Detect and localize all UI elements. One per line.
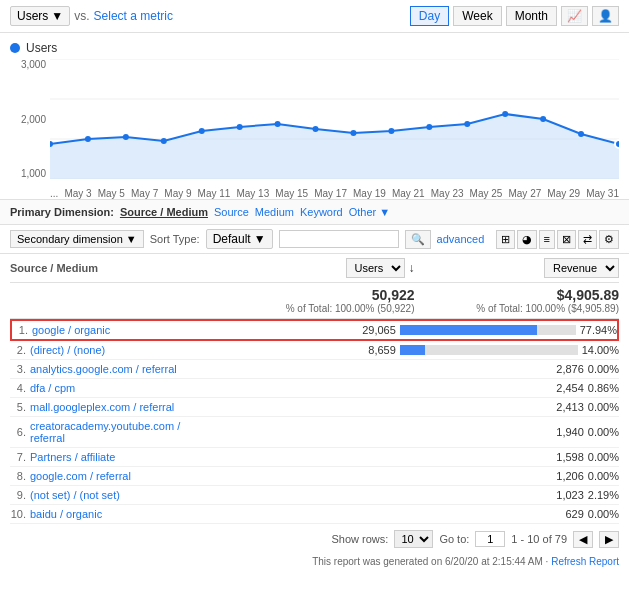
row-source-link[interactable]: dfa / cpm	[30, 382, 214, 394]
row-source-link[interactable]: google.com / referral	[30, 470, 214, 482]
bar-percent: 0.00%	[588, 401, 619, 413]
col1-label: Source / Medium	[10, 262, 98, 274]
bar-percent: 0.00%	[588, 470, 619, 482]
x-label-2: May 5	[98, 188, 125, 199]
data-table: Source / Medium Users ↓ Revenue 50,922 %…	[0, 254, 629, 524]
table-row: 7. Partners / affiliate 1,598 0.00%	[10, 448, 619, 467]
x-label-8: May 17	[314, 188, 347, 199]
metric1-select[interactable]: Users	[346, 258, 405, 278]
bar-view-button[interactable]: ≡	[539, 230, 555, 249]
y-label-3000: 3,000	[10, 59, 50, 70]
metric2-select[interactable]: Revenue	[544, 258, 619, 278]
svg-point-20	[615, 140, 619, 148]
sort-type-dropdown[interactable]: Default ▼	[206, 229, 273, 249]
x-axis: ... May 3 May 5 May 7 May 9 May 11 May 1…	[50, 188, 619, 199]
row-source-link[interactable]: Partners / affiliate	[30, 451, 214, 463]
row-source-link[interactable]: analytics.google.com / referral	[30, 363, 214, 375]
row-bar-area: 2,876 0.00%	[218, 363, 619, 375]
bar-background	[400, 325, 576, 335]
bar-percent: 0.00%	[588, 426, 619, 438]
svg-point-12	[313, 126, 319, 132]
row-number: 5.	[10, 401, 26, 413]
row-bar-area: 629 0.00%	[218, 508, 619, 520]
prev-page-button[interactable]: ◀	[573, 531, 593, 548]
dimension-bar: Primary Dimension: Source / Medium Sourc…	[0, 199, 629, 225]
total-revenue-pct: % of Total: 100.00% ($4,905.89)	[419, 303, 620, 314]
row-number: 2.	[10, 344, 26, 356]
primary-dimension-label: Primary Dimension:	[10, 206, 114, 218]
search-button[interactable]: 🔍	[405, 230, 431, 249]
y-axis: 3,000 2,000 1,000	[10, 59, 50, 179]
pivot-view-button[interactable]: ⊠	[557, 230, 576, 249]
table-row: 5. mall.googleplex.com / referral 2,413 …	[10, 398, 619, 417]
total-users-value: 50,922	[214, 287, 415, 303]
row-value: 629	[218, 508, 584, 520]
secondary-dimension-button[interactable]: Secondary dimension ▼	[10, 230, 144, 248]
day-button[interactable]: Day	[410, 6, 449, 26]
svg-point-19	[578, 131, 584, 137]
refresh-report-link[interactable]: Refresh Report	[551, 556, 619, 567]
table-row: 10. baidu / organic 629 0.00%	[10, 505, 619, 524]
row-number: 9.	[10, 489, 26, 501]
row-source-link[interactable]: (direct) / (none)	[30, 344, 214, 356]
rows-per-page-select[interactable]: 10	[394, 530, 433, 548]
bar-percent: 0.00%	[588, 508, 619, 520]
dim-source[interactable]: Source	[214, 206, 249, 218]
bar-percent: 0.00%	[588, 451, 619, 463]
legend-label: Users	[26, 41, 57, 55]
row-source-link[interactable]: mall.googleplex.com / referral	[30, 401, 214, 413]
x-label-10: May 21	[392, 188, 425, 199]
row-number: 1.	[12, 324, 28, 336]
next-page-button[interactable]: ▶	[599, 531, 619, 548]
bar-background	[400, 345, 578, 355]
pie-view-button[interactable]: ◕	[517, 230, 537, 249]
settings-view-button[interactable]: ⚙	[599, 230, 619, 249]
svg-point-6	[85, 136, 91, 142]
row-source-link[interactable]: baidu / organic	[30, 508, 214, 520]
bar-percent: 2.19%	[588, 489, 619, 501]
line-chart-icon[interactable]: 📈	[561, 6, 588, 26]
page-header: Users ▼ vs. Select a metric Day Week Mon…	[0, 0, 629, 33]
dim-keyword[interactable]: Keyword	[300, 206, 343, 218]
dim-other[interactable]: Other ▼	[349, 206, 390, 218]
user-icon[interactable]: 👤	[592, 6, 619, 26]
row-source-link[interactable]: google / organic	[32, 324, 216, 336]
x-label-6: May 13	[236, 188, 269, 199]
metric-selector: Users ▼ vs. Select a metric	[10, 6, 173, 26]
dim-medium[interactable]: Medium	[255, 206, 294, 218]
row-value: 29,065	[220, 324, 396, 336]
metric1-dropdown[interactable]: Users ▼	[10, 6, 70, 26]
week-button[interactable]: Week	[453, 6, 501, 26]
row-value: 1,598	[218, 451, 584, 463]
dim-source-medium[interactable]: Source / Medium	[120, 206, 208, 218]
svg-point-10	[237, 124, 243, 130]
total-revenue-value: $4,905.89	[419, 287, 620, 303]
col-source-header: Source / Medium	[10, 262, 210, 274]
bar-percent: 14.00%	[582, 344, 619, 356]
grid-view-button[interactable]: ⊞	[496, 230, 515, 249]
table-header: Source / Medium Users ↓ Revenue	[10, 254, 619, 283]
row-value: 1,940	[218, 426, 584, 438]
table-row: 2. (direct) / (none) 8,659 14.00%	[10, 341, 619, 360]
dimension-row: Primary Dimension: Source / Medium Sourc…	[10, 206, 619, 218]
svg-point-8	[161, 138, 167, 144]
row-bar-area: 1,598 0.00%	[218, 451, 619, 463]
svg-point-11	[275, 121, 281, 127]
compare-view-button[interactable]: ⇄	[578, 230, 597, 249]
table-row: 8. google.com / referral 1,206 0.00%	[10, 467, 619, 486]
dim-other-label: Other	[349, 206, 377, 218]
svg-point-16	[464, 121, 470, 127]
month-button[interactable]: Month	[506, 6, 557, 26]
search-input[interactable]	[279, 230, 399, 248]
advanced-link[interactable]: advanced	[437, 233, 485, 245]
goto-input[interactable]	[475, 531, 505, 547]
report-info: This report was generated on 6/20/20 at …	[0, 554, 629, 569]
row-source-link[interactable]: (not set) / (not set)	[30, 489, 214, 501]
x-label-15: May 31	[586, 188, 619, 199]
total-users-pct: % of Total: 100.00% (50,922)	[214, 303, 415, 314]
row-source-link[interactable]: creatoracademy.youtube.com / referral	[30, 420, 214, 444]
row-number: 4.	[10, 382, 26, 394]
x-label-14: May 29	[547, 188, 580, 199]
table-rows: 1. google / organic 29,065 77.94% 2. (di…	[10, 319, 619, 524]
select-metric-link[interactable]: Select a metric	[94, 9, 173, 23]
